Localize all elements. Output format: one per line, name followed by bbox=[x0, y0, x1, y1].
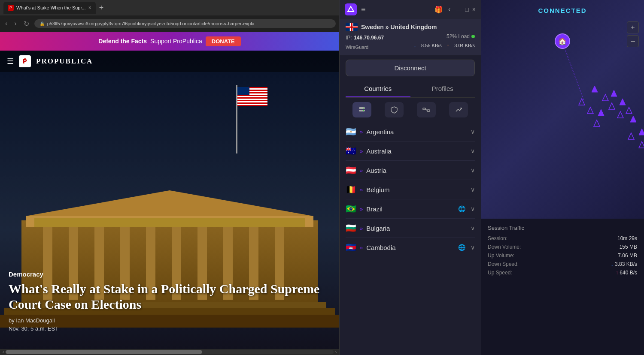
new-tab-button[interactable]: + bbox=[97, 3, 106, 12]
active-tab[interactable]: P What's at Stake When the Supr... × bbox=[3, 2, 96, 14]
lock-icon: 🔒 bbox=[39, 21, 45, 26]
vpn-logo-icon bbox=[347, 6, 355, 13]
gift-icon[interactable]: 🎁 bbox=[434, 6, 443, 14]
browser-scrollbar[interactable]: ‹ › bbox=[0, 349, 339, 355]
bulgaria-flag: 🇧🇬 bbox=[346, 223, 356, 233]
filter-p2p-button[interactable] bbox=[417, 102, 436, 117]
up-speed: 3.04 KB/s bbox=[454, 43, 475, 51]
map-panel: CONNECTED 🏠 + − Session Traffic Session:… bbox=[481, 0, 644, 355]
expand-chevron-icon[interactable]: ∨ bbox=[471, 205, 475, 212]
globe-icon: 🌐 bbox=[458, 244, 465, 251]
window-close-button[interactable]: × bbox=[472, 6, 476, 13]
country-item-argentina[interactable]: 🇦🇷 » Argentina ∨ bbox=[346, 122, 475, 141]
zoom-out-button[interactable]: − bbox=[627, 35, 639, 47]
propublica-logo: PROPUBLICA bbox=[36, 57, 93, 66]
svg-marker-15 bbox=[26, 190, 313, 216]
banner-text1: Defend the Facts bbox=[98, 38, 147, 45]
country-item-australia[interactable]: 🇦🇺 » Australia ∨ bbox=[346, 141, 475, 161]
svg-point-21 bbox=[363, 110, 364, 111]
double-chevron-icon: » bbox=[360, 225, 363, 232]
minimize-button[interactable]: — bbox=[456, 6, 462, 13]
back-chevron-icon[interactable]: ‹ bbox=[448, 6, 450, 13]
down-speed-row: Down Speed: ↓ 3.83 KB/s bbox=[488, 261, 637, 267]
article-title: What's Really at Stake in a Politically … bbox=[9, 281, 331, 312]
address-bar[interactable]: 🔒 p53lf57qovyuvwsc6xnrppyply3vtqm7l6pcob… bbox=[34, 19, 336, 28]
expand-chevron-icon[interactable]: ∨ bbox=[471, 225, 475, 232]
propublica-header: ☰ P̈ PROPUBLICA bbox=[0, 51, 339, 72]
filter-specialty-button[interactable] bbox=[449, 102, 468, 117]
expand-chevron-icon[interactable]: ∨ bbox=[471, 244, 475, 251]
scroll-left-arrow[interactable]: ‹ bbox=[1, 350, 6, 355]
expand-chevron-icon[interactable]: ∨ bbox=[471, 167, 475, 174]
up-volume-value: 7.06 MB bbox=[618, 253, 637, 259]
country-item-belgium[interactable]: 🇧🇪 » Belgium ∨ bbox=[346, 180, 475, 199]
zoom-in-button[interactable]: + bbox=[627, 21, 639, 33]
browser-tab-bar: P What's at Stake When the Supr... × + bbox=[0, 0, 339, 15]
argentina-flag: 🇦🇷 bbox=[346, 126, 356, 137]
expand-chevron-icon[interactable]: ∨ bbox=[471, 186, 475, 193]
svg-line-24 bbox=[425, 109, 427, 111]
connection-route: Sweden » United Kingdom bbox=[346, 23, 475, 31]
load-info: 52% Load bbox=[447, 33, 475, 41]
propublica-icon: P̈ bbox=[19, 55, 31, 67]
vpn-logo bbox=[345, 3, 357, 15]
up-speed-row: Up Speed: ↑ 640 B/s bbox=[488, 270, 637, 276]
connected-label: CONNECTED bbox=[538, 7, 586, 14]
article-area: ☰ P̈ PROPUBLICA Democracy What's Really … bbox=[0, 51, 339, 349]
double-chevron-icon: » bbox=[360, 187, 363, 193]
country-item-bulgaria[interactable]: 🇧🇬 » Bulgaria ∨ bbox=[346, 219, 475, 238]
vpn-header-right: 🎁 ‹ — □ × bbox=[434, 6, 476, 14]
back-button[interactable]: ‹ bbox=[3, 19, 9, 28]
tab-profiles[interactable]: Profiles bbox=[410, 81, 475, 97]
double-chevron-icon: » bbox=[360, 129, 363, 135]
country-item-austria[interactable]: 🇦🇹 » Austria ∨ bbox=[346, 161, 475, 180]
country-list: 🇦🇷 » Argentina ∨ 🇦🇺 » Australia ∨ 🇦🇹 » A… bbox=[340, 122, 481, 355]
double-chevron-icon: » bbox=[360, 244, 363, 251]
country-item-brazil[interactable]: 🇧🇷 » Brazil 🌐 ∨ bbox=[346, 199, 475, 219]
svg-point-20 bbox=[363, 108, 364, 108]
vpn-menu-icon[interactable]: ≡ bbox=[361, 5, 366, 14]
brazil-flag: 🇧🇷 bbox=[346, 204, 356, 214]
hamburger-menu[interactable]: ☰ bbox=[7, 57, 14, 66]
donate-button[interactable]: DONATE bbox=[206, 36, 241, 46]
double-chevron-icon: » bbox=[360, 206, 363, 212]
session-label: Session: bbox=[488, 235, 507, 241]
maximize-button[interactable]: □ bbox=[465, 6, 468, 13]
connection-details: IP: 146.70.96.67 52% Load bbox=[346, 33, 475, 41]
cambodia-flag: 🇰🇭 bbox=[346, 242, 356, 253]
svg-rect-22 bbox=[423, 108, 425, 110]
country-item-cambodia[interactable]: 🇰🇭 » Cambodia 🌐 ∨ bbox=[346, 238, 475, 257]
speed-display: ↓ 8.55 KB/s ↑ 3.04 KB/s bbox=[414, 43, 475, 51]
protocol-info: WireGuard bbox=[346, 43, 368, 51]
vpn-tabs: Countries Profiles bbox=[346, 81, 475, 98]
country-name-austria: Austria bbox=[366, 167, 467, 174]
forward-button[interactable]: › bbox=[12, 19, 18, 28]
speed-row: WireGuard ↓ 8.55 KB/s ↑ 3.04 KB/s bbox=[346, 43, 475, 51]
vpn-panel: ≡ 🎁 ‹ — □ × Sweden » United Kin bbox=[339, 0, 481, 355]
scroll-right-arrow[interactable]: › bbox=[334, 350, 338, 355]
session-row: Session: 10m 29s bbox=[488, 235, 637, 241]
tab-close-button[interactable]: × bbox=[88, 5, 91, 11]
tab-countries[interactable]: Countries bbox=[346, 81, 410, 97]
country-name-argentina: Argentina bbox=[366, 128, 467, 135]
expand-chevron-icon[interactable]: ∨ bbox=[471, 128, 475, 135]
session-traffic-title: Session Traffic bbox=[488, 225, 637, 231]
expand-chevron-icon[interactable]: ∨ bbox=[471, 147, 475, 154]
ip-label: IP: bbox=[346, 35, 352, 41]
uk-flag bbox=[346, 23, 358, 31]
p2p-icon bbox=[422, 106, 430, 114]
down-speed: 8.55 KB/s bbox=[421, 43, 442, 51]
vpn-header-left: ≡ bbox=[345, 3, 366, 15]
svg-rect-23 bbox=[427, 110, 430, 111]
article-category: Democracy bbox=[9, 271, 331, 278]
scrollbar-thumb[interactable] bbox=[6, 350, 202, 354]
filter-all-button[interactable] bbox=[352, 102, 371, 117]
browser-nav-bar: ‹ › ↻ 🔒 p53lf57qovyuvwsc6xnrppyply3vtqm7… bbox=[0, 15, 339, 32]
refresh-button[interactable]: ↻ bbox=[22, 19, 31, 29]
disconnect-button[interactable]: Disconnect bbox=[346, 60, 475, 76]
session-traffic-panel: Session Traffic Session: 10m 29s Down Vo… bbox=[481, 219, 644, 355]
down-speed-value: ↓ 3.83 KB/s bbox=[611, 261, 637, 267]
article-byline: by Ian MacDougall bbox=[9, 317, 331, 324]
scrollbar-track[interactable] bbox=[6, 350, 333, 354]
filter-secure-button[interactable] bbox=[385, 102, 404, 117]
